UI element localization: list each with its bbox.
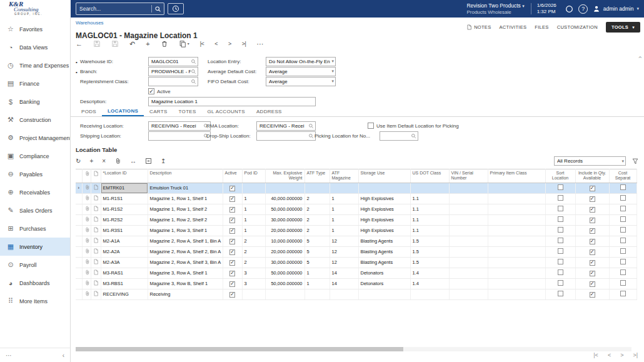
- paperclip-icon[interactable]: [84, 291, 90, 296]
- row-selector[interactable]: ›: [76, 183, 82, 193]
- activities-button[interactable]: ACTIVITIES: [499, 24, 526, 30]
- cell-vin-serial-number[interactable]: [449, 278, 488, 289]
- cell-include-in-qty[interactable]: [575, 193, 609, 204]
- cell-include-in-qty[interactable]: [575, 257, 609, 268]
- lookup-icon[interactable]: [308, 123, 314, 129]
- cell-atf-type[interactable]: [304, 183, 330, 193]
- row-attach-cell[interactable]: [82, 225, 91, 236]
- cost-separately-checkbox[interactable]: [620, 269, 626, 275]
- include-in-qty-checkbox[interactable]: [590, 207, 595, 213]
- row-attach-cell[interactable]: [82, 183, 91, 193]
- scrollbar-thumb[interactable]: [76, 347, 403, 351]
- global-search[interactable]: [76, 3, 164, 15]
- cell-include-in-qty[interactable]: [575, 236, 609, 246]
- cell-us-dot-class[interactable]: 1.4: [410, 278, 449, 289]
- header-us-dot-class[interactable]: US DOT Class: [410, 169, 449, 183]
- paperclip-icon[interactable]: [84, 184, 90, 190]
- header-max-explosive-weight[interactable]: Max. Explosive Weight: [265, 169, 304, 183]
- cell-storage-use[interactable]: Detonators: [358, 268, 410, 278]
- cell-sort-location[interactable]: [545, 193, 575, 204]
- cell-cost-separately[interactable]: [609, 214, 636, 225]
- cell-location-id[interactable]: M1-R2S2: [101, 214, 148, 225]
- header-atf-magazine[interactable]: ATF Magazine: [330, 169, 358, 183]
- row-attach-cell[interactable]: [82, 214, 91, 225]
- cell-vin-serial-number[interactable]: [449, 204, 488, 214]
- tools-button[interactable]: TOOLS ▾: [606, 22, 640, 33]
- cell-cost-separately[interactable]: [609, 289, 636, 299]
- cell-location-id[interactable]: M1-R1S2: [101, 204, 148, 214]
- header-vin-serial-number[interactable]: VIN / Serial Number: [449, 169, 488, 183]
- fifo-default-cost-select[interactable]: Average ▾: [266, 77, 336, 86]
- cell-include-in-qty[interactable]: [575, 278, 609, 289]
- sidebar-collapse-button[interactable]: ‹: [63, 352, 64, 359]
- notes-button[interactable]: NOTES: [466, 24, 491, 30]
- row-attach-cell[interactable]: [82, 278, 91, 289]
- cell-atf-magazine[interactable]: [330, 289, 358, 299]
- cell-max-explosive-weight[interactable]: 10,000.000000: [265, 236, 304, 246]
- cell-vin-serial-number[interactable]: [449, 289, 488, 299]
- cell-description[interactable]: Emulsion Truck 01: [148, 183, 223, 193]
- header-cost-separately[interactable]: Cost Separat: [609, 169, 636, 183]
- cell-cost-separately[interactable]: [609, 225, 636, 236]
- company-branch-selector[interactable]: Revision Two Products ▾ Products Wholesa…: [466, 3, 524, 16]
- sort-location-checkbox[interactable]: [558, 206, 563, 211]
- cell-primary-item-class[interactable]: [488, 225, 545, 236]
- table-row[interactable]: RECEIVING Receiving: [76, 289, 636, 299]
- cell-pod-id[interactable]: 1: [242, 204, 265, 214]
- sort-location-checkbox[interactable]: [558, 248, 563, 254]
- receiving-location-field[interactable]: RECEIVING - Recei: [148, 121, 211, 131]
- include-in-qty-checkbox[interactable]: [590, 281, 595, 287]
- header-description[interactable]: Description: [148, 169, 223, 183]
- cell-max-explosive-weight[interactable]: [265, 183, 304, 193]
- include-in-qty-checkbox[interactable]: [590, 196, 595, 202]
- cell-active[interactable]: [223, 183, 242, 193]
- cell-description[interactable]: Magazine 3, Row B, Shelf 1: [148, 278, 223, 289]
- sidebar-item-inventory[interactable]: ▦ Inventory: [0, 238, 70, 256]
- paperclip-icon[interactable]: [84, 227, 90, 233]
- sort-location-checkbox[interactable]: [558, 184, 563, 190]
- cell-storage-use[interactable]: [358, 183, 410, 193]
- row-selector[interactable]: [76, 257, 82, 268]
- cell-max-explosive-weight[interactable]: 50,000.000000: [265, 204, 304, 214]
- table-row[interactable]: M3-RBS1 Magazine 3, Row B, Shelf 1 3 50,…: [76, 278, 636, 289]
- row-note-cell[interactable]: [91, 204, 101, 214]
- cell-sort-location[interactable]: [545, 225, 575, 236]
- row-selector[interactable]: [76, 236, 82, 246]
- page-next-button[interactable]: >: [620, 352, 623, 358]
- note-icon[interactable]: [93, 206, 99, 211]
- sidebar-item-finance[interactable]: ▤ Finance: [0, 74, 70, 93]
- cell-atf-type[interactable]: 5: [304, 257, 330, 268]
- cell-description[interactable]: Magazine 1, Row 1, Shelf 2: [148, 204, 223, 214]
- active-checkbox[interactable]: [229, 186, 235, 191]
- cell-pod-id[interactable]: 2: [242, 236, 265, 246]
- cell-include-in-qty[interactable]: [575, 268, 609, 278]
- table-row[interactable]: M1-R1S1 Magazine 1, Row 1, Shelf 1 1 40,…: [76, 193, 636, 204]
- cell-atf-magazine[interactable]: 14: [330, 268, 358, 278]
- cell-location-id[interactable]: M1-R1S1: [101, 193, 148, 204]
- header-primary-item-class[interactable]: Primary Item Class: [488, 169, 545, 183]
- cell-atf-type[interactable]: 1: [304, 278, 330, 289]
- cell-atf-type[interactable]: 1: [304, 268, 330, 278]
- search-icon[interactable]: [154, 6, 161, 13]
- cell-active[interactable]: [223, 268, 242, 278]
- sidebar-item-dashboards[interactable]: ◕ Dashboards: [0, 274, 70, 292]
- cell-include-in-qty[interactable]: [575, 183, 609, 193]
- cell-storage-use[interactable]: [358, 289, 410, 299]
- cell-include-in-qty[interactable]: [575, 214, 609, 225]
- cell-cost-separately[interactable]: [609, 183, 636, 193]
- header-active[interactable]: Active: [223, 169, 242, 183]
- sort-location-checkbox[interactable]: [558, 238, 563, 243]
- cell-location-id[interactable]: M2-A1A: [101, 236, 148, 246]
- cell-max-explosive-weight[interactable]: 30,000.000000: [265, 257, 304, 268]
- cell-primary-item-class[interactable]: [488, 214, 545, 225]
- page-last-button[interactable]: >|: [633, 352, 638, 358]
- include-in-qty-checkbox[interactable]: [590, 239, 595, 244]
- paperclip-icon[interactable]: [84, 238, 90, 243]
- cell-atf-type[interactable]: 2: [304, 225, 330, 236]
- note-icon[interactable]: [93, 280, 99, 286]
- user-menu[interactable]: admin admin ▾: [593, 5, 639, 13]
- warehouse-id-field[interactable]: MAGLOC01: [148, 57, 198, 66]
- page-first-button[interactable]: |<: [593, 352, 598, 358]
- sidebar-more-button[interactable]: ⋯: [6, 352, 12, 359]
- cost-separately-checkbox[interactable]: [620, 238, 626, 243]
